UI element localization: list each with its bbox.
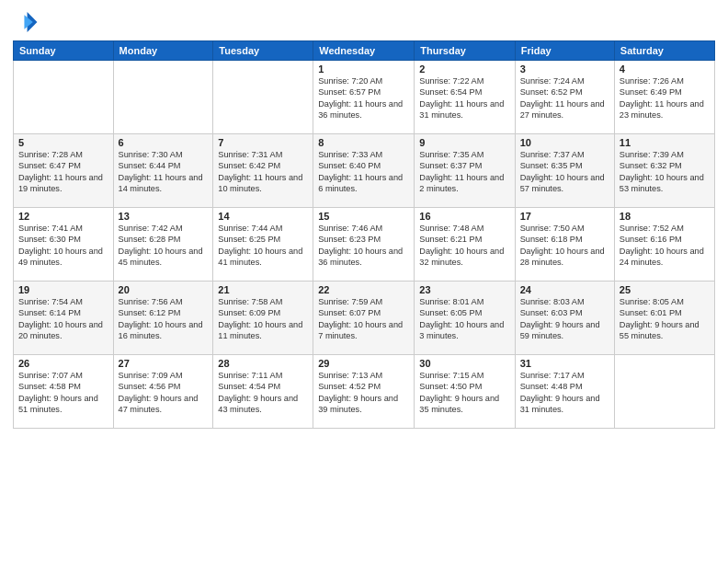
day-number: 14 bbox=[218, 211, 308, 222]
day-info: Sunrise: 7:28 AM Sunset: 6:47 PM Dayligh… bbox=[18, 149, 108, 195]
day-number: 15 bbox=[318, 211, 409, 222]
logo bbox=[13, 9, 40, 35]
calendar-cell: 26Sunrise: 7:07 AM Sunset: 4:58 PM Dayli… bbox=[14, 355, 114, 429]
calendar-week-3: 12Sunrise: 7:41 AM Sunset: 6:30 PM Dayli… bbox=[14, 208, 715, 282]
day-info: Sunrise: 7:11 AM Sunset: 4:54 PM Dayligh… bbox=[218, 370, 308, 416]
calendar-cell: 20Sunrise: 7:56 AM Sunset: 6:12 PM Dayli… bbox=[113, 282, 213, 355]
col-header-wednesday: Wednesday bbox=[313, 41, 415, 61]
day-info: Sunrise: 7:35 AM Sunset: 6:37 PM Dayligh… bbox=[419, 149, 509, 195]
calendar-cell: 18Sunrise: 7:52 AM Sunset: 6:16 PM Dayli… bbox=[614, 208, 714, 282]
day-info: Sunrise: 8:01 AM Sunset: 6:05 PM Dayligh… bbox=[419, 296, 509, 342]
day-number: 4 bbox=[620, 63, 710, 75]
day-info: Sunrise: 7:13 AM Sunset: 4:52 PM Dayligh… bbox=[318, 370, 409, 416]
day-info: Sunrise: 7:44 AM Sunset: 6:25 PM Dayligh… bbox=[218, 223, 308, 269]
day-info: Sunrise: 7:56 AM Sunset: 6:12 PM Dayligh… bbox=[119, 296, 209, 342]
day-info: Sunrise: 7:17 AM Sunset: 4:48 PM Dayligh… bbox=[520, 370, 609, 416]
day-info: Sunrise: 7:41 AM Sunset: 6:30 PM Dayligh… bbox=[18, 223, 108, 269]
day-info: Sunrise: 8:05 AM Sunset: 6:01 PM Dayligh… bbox=[620, 296, 710, 342]
day-number: 3 bbox=[520, 63, 609, 75]
col-header-tuesday: Tuesday bbox=[213, 41, 313, 61]
day-number: 22 bbox=[318, 284, 409, 295]
day-number: 17 bbox=[520, 211, 609, 222]
day-info: Sunrise: 7:58 AM Sunset: 6:09 PM Dayligh… bbox=[218, 296, 308, 342]
day-number: 21 bbox=[218, 284, 308, 295]
logo-icon bbox=[13, 9, 39, 35]
calendar-cell: 25Sunrise: 8:05 AM Sunset: 6:01 PM Dayli… bbox=[614, 282, 714, 355]
calendar-cell: 16Sunrise: 7:48 AM Sunset: 6:21 PM Dayli… bbox=[415, 208, 515, 282]
calendar-cell: 10Sunrise: 7:37 AM Sunset: 6:35 PM Dayli… bbox=[515, 134, 614, 208]
day-info: Sunrise: 7:22 AM Sunset: 6:54 PM Dayligh… bbox=[419, 75, 509, 121]
calendar-cell: 15Sunrise: 7:46 AM Sunset: 6:23 PM Dayli… bbox=[313, 208, 415, 282]
calendar-cell: 27Sunrise: 7:09 AM Sunset: 4:56 PM Dayli… bbox=[113, 355, 213, 429]
calendar-cell: 28Sunrise: 7:11 AM Sunset: 4:54 PM Dayli… bbox=[213, 355, 313, 429]
day-info: Sunrise: 8:03 AM Sunset: 6:03 PM Dayligh… bbox=[520, 296, 609, 342]
day-info: Sunrise: 7:52 AM Sunset: 6:16 PM Dayligh… bbox=[620, 223, 710, 269]
day-number: 23 bbox=[419, 284, 509, 295]
day-number: 11 bbox=[620, 137, 710, 148]
day-number: 31 bbox=[520, 358, 609, 369]
day-number: 2 bbox=[419, 63, 509, 75]
calendar-week-5: 26Sunrise: 7:07 AM Sunset: 4:58 PM Dayli… bbox=[14, 355, 715, 429]
calendar-cell: 11Sunrise: 7:39 AM Sunset: 6:32 PM Dayli… bbox=[614, 134, 714, 208]
col-header-friday: Friday bbox=[515, 41, 614, 61]
calendar-cell: 19Sunrise: 7:54 AM Sunset: 6:14 PM Dayli… bbox=[14, 282, 114, 355]
calendar-cell: 30Sunrise: 7:15 AM Sunset: 4:50 PM Dayli… bbox=[415, 355, 515, 429]
calendar-cell: 8Sunrise: 7:33 AM Sunset: 6:40 PM Daylig… bbox=[313, 134, 415, 208]
calendar-cell: 1Sunrise: 7:20 AM Sunset: 6:57 PM Daylig… bbox=[313, 61, 415, 134]
day-info: Sunrise: 7:24 AM Sunset: 6:52 PM Dayligh… bbox=[520, 75, 609, 121]
col-header-thursday: Thursday bbox=[415, 41, 515, 61]
calendar-cell: 14Sunrise: 7:44 AM Sunset: 6:25 PM Dayli… bbox=[213, 208, 313, 282]
day-info: Sunrise: 7:26 AM Sunset: 6:49 PM Dayligh… bbox=[620, 75, 710, 121]
day-number: 20 bbox=[119, 284, 209, 295]
calendar-cell bbox=[213, 61, 313, 134]
day-number: 12 bbox=[18, 211, 108, 222]
col-header-saturday: Saturday bbox=[614, 41, 714, 61]
page: SundayMondayTuesdayWednesdayThursdayFrid… bbox=[0, 0, 728, 563]
day-info: Sunrise: 7:31 AM Sunset: 6:42 PM Dayligh… bbox=[218, 149, 308, 195]
col-header-monday: Monday bbox=[113, 41, 213, 61]
col-header-sunday: Sunday bbox=[14, 41, 114, 61]
day-info: Sunrise: 7:30 AM Sunset: 6:44 PM Dayligh… bbox=[119, 149, 209, 195]
day-number: 19 bbox=[18, 284, 108, 295]
calendar-cell: 4Sunrise: 7:26 AM Sunset: 6:49 PM Daylig… bbox=[614, 61, 714, 134]
day-info: Sunrise: 7:39 AM Sunset: 6:32 PM Dayligh… bbox=[620, 149, 710, 195]
calendar-week-2: 5Sunrise: 7:28 AM Sunset: 6:47 PM Daylig… bbox=[14, 134, 715, 208]
calendar-header-row: SundayMondayTuesdayWednesdayThursdayFrid… bbox=[14, 41, 715, 61]
day-info: Sunrise: 7:33 AM Sunset: 6:40 PM Dayligh… bbox=[318, 149, 409, 195]
calendar-cell: 29Sunrise: 7:13 AM Sunset: 4:52 PM Dayli… bbox=[313, 355, 415, 429]
calendar-week-1: 1Sunrise: 7:20 AM Sunset: 6:57 PM Daylig… bbox=[14, 61, 715, 134]
day-info: Sunrise: 7:37 AM Sunset: 6:35 PM Dayligh… bbox=[520, 149, 609, 195]
calendar-cell: 6Sunrise: 7:30 AM Sunset: 6:44 PM Daylig… bbox=[113, 134, 213, 208]
day-number: 26 bbox=[18, 358, 108, 369]
calendar-cell: 17Sunrise: 7:50 AM Sunset: 6:18 PM Dayli… bbox=[515, 208, 614, 282]
calendar-cell: 23Sunrise: 8:01 AM Sunset: 6:05 PM Dayli… bbox=[415, 282, 515, 355]
calendar-cell bbox=[113, 61, 213, 134]
day-info: Sunrise: 7:09 AM Sunset: 4:56 PM Dayligh… bbox=[119, 370, 209, 416]
day-number: 16 bbox=[419, 211, 509, 222]
day-info: Sunrise: 7:15 AM Sunset: 4:50 PM Dayligh… bbox=[419, 370, 509, 416]
calendar-cell: 3Sunrise: 7:24 AM Sunset: 6:52 PM Daylig… bbox=[515, 61, 614, 134]
calendar-cell: 2Sunrise: 7:22 AM Sunset: 6:54 PM Daylig… bbox=[415, 61, 515, 134]
day-number: 5 bbox=[18, 137, 108, 148]
calendar-cell: 22Sunrise: 7:59 AM Sunset: 6:07 PM Dayli… bbox=[313, 282, 415, 355]
calendar-cell: 9Sunrise: 7:35 AM Sunset: 6:37 PM Daylig… bbox=[415, 134, 515, 208]
calendar-cell bbox=[614, 355, 714, 429]
calendar-cell: 12Sunrise: 7:41 AM Sunset: 6:30 PM Dayli… bbox=[14, 208, 114, 282]
day-number: 30 bbox=[419, 358, 509, 369]
day-info: Sunrise: 7:59 AM Sunset: 6:07 PM Dayligh… bbox=[318, 296, 409, 342]
calendar-cell: 7Sunrise: 7:31 AM Sunset: 6:42 PM Daylig… bbox=[213, 134, 313, 208]
calendar-cell: 5Sunrise: 7:28 AM Sunset: 6:47 PM Daylig… bbox=[14, 134, 114, 208]
day-number: 28 bbox=[218, 358, 308, 369]
calendar-week-4: 19Sunrise: 7:54 AM Sunset: 6:14 PM Dayli… bbox=[14, 282, 715, 355]
calendar-table: SundayMondayTuesdayWednesdayThursdayFrid… bbox=[13, 40, 715, 429]
day-number: 13 bbox=[119, 211, 209, 222]
calendar-cell: 13Sunrise: 7:42 AM Sunset: 6:28 PM Dayli… bbox=[113, 208, 213, 282]
day-info: Sunrise: 7:50 AM Sunset: 6:18 PM Dayligh… bbox=[520, 223, 609, 269]
day-info: Sunrise: 7:48 AM Sunset: 6:21 PM Dayligh… bbox=[419, 223, 509, 269]
day-number: 8 bbox=[318, 137, 409, 148]
day-number: 25 bbox=[620, 284, 710, 295]
calendar-cell: 31Sunrise: 7:17 AM Sunset: 4:48 PM Dayli… bbox=[515, 355, 614, 429]
calendar-cell: 24Sunrise: 8:03 AM Sunset: 6:03 PM Dayli… bbox=[515, 282, 614, 355]
day-info: Sunrise: 7:42 AM Sunset: 6:28 PM Dayligh… bbox=[119, 223, 209, 269]
day-number: 29 bbox=[318, 358, 409, 369]
